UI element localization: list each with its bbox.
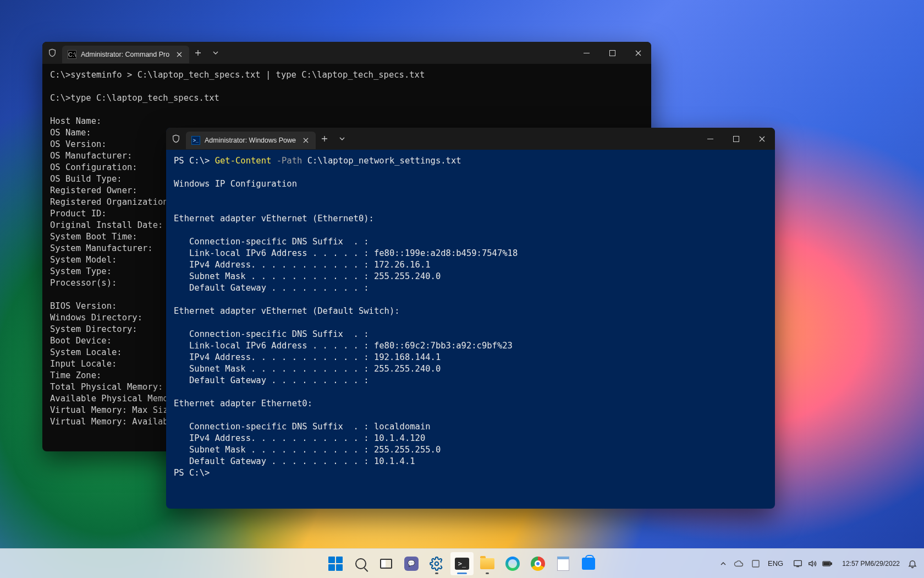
ps-new-tab-button[interactable]	[316, 128, 333, 150]
notepad-icon	[557, 557, 569, 571]
volume-icon	[808, 560, 817, 568]
windows-logo-icon	[328, 557, 343, 571]
chevron-up-icon	[721, 562, 726, 565]
chrome-button[interactable]	[526, 552, 549, 575]
cmd-tab-icon: C:\	[68, 50, 76, 59]
clock-button[interactable]: 12:57 PM 6/29/2022	[839, 552, 903, 575]
language-indicator[interactable]: ENG	[765, 552, 787, 575]
cmd-tab-close-button[interactable]	[174, 49, 185, 60]
shield-icon	[42, 42, 62, 64]
date-label: 6/29/2022	[871, 560, 900, 568]
cmd-tab-dropdown-button[interactable]	[207, 42, 224, 64]
notepad-button[interactable]	[552, 552, 575, 575]
file-explorer-button[interactable]	[476, 552, 499, 575]
taskview-icon	[380, 559, 392, 569]
cmd-tab-title: Administrator: Command Pro	[81, 51, 169, 58]
notifications-button[interactable]	[904, 552, 921, 575]
battery-icon	[822, 560, 832, 567]
onedrive-tray-icon[interactable]	[730, 552, 747, 575]
chat-icon: 💬	[404, 557, 419, 571]
ps-output[interactable]: PS C:\> Get-Content -Path C:\laptop_netw…	[166, 150, 775, 509]
ps-tab[interactable]: >_ Administrator: Windows Powe	[186, 132, 316, 149]
svg-point-16	[435, 561, 439, 565]
search-button[interactable]	[349, 552, 372, 575]
edge-button[interactable]	[501, 552, 524, 575]
folder-icon	[480, 558, 494, 569]
desktop: C:\ Administrator: Command Pro	[0, 0, 924, 578]
cmd-new-tab-button[interactable]	[189, 42, 207, 64]
ps-tab-icon: >_	[191, 136, 200, 145]
svg-rect-17	[752, 560, 759, 567]
ps-tab-close-button[interactable]	[300, 135, 311, 146]
network-icon	[793, 559, 802, 568]
cmd-minimize-button[interactable]	[574, 42, 600, 64]
ps-minimize-button[interactable]	[697, 128, 723, 150]
svg-rect-18	[794, 560, 802, 565]
cmd-titlebar[interactable]: C:\ Administrator: Command Pro	[42, 42, 651, 64]
chrome-icon	[531, 557, 545, 571]
cmd-tab[interactable]: C:\ Administrator: Command Pro	[62, 46, 189, 63]
cmd-close-button[interactable]	[625, 42, 651, 64]
taskbar[interactable]: 💬 >_ ENG	[0, 548, 924, 578]
gear-icon	[430, 557, 444, 571]
ps-tab-dropdown-button[interactable]	[333, 128, 351, 150]
ps-close-button[interactable]	[749, 128, 775, 150]
powershell-window[interactable]: >_ Administrator: Windows Powe	[166, 128, 775, 509]
cmd-maximize-button[interactable]	[600, 42, 625, 64]
system-tray: ENG 12:57 PM 6/29/2022	[717, 549, 924, 578]
bell-icon	[908, 559, 917, 569]
search-icon	[355, 558, 366, 569]
svg-rect-22	[824, 562, 830, 565]
ps-window-controls	[697, 128, 775, 150]
shield-icon	[166, 128, 186, 150]
terminal-button[interactable]: >_	[450, 552, 474, 575]
ps-maximize-button[interactable]	[723, 128, 749, 150]
chat-button[interactable]: 💬	[400, 552, 423, 575]
store-button[interactable]	[577, 552, 600, 575]
tray-overflow-button[interactable]	[717, 552, 729, 575]
svg-rect-13	[734, 136, 739, 141]
windows-update-tray-icon[interactable]	[748, 552, 763, 575]
cloud-icon	[734, 560, 744, 567]
taskbar-center-icons: 💬 >_	[324, 549, 600, 578]
time-label: 12:57 PM	[842, 560, 870, 568]
svg-rect-21	[831, 563, 832, 564]
svg-rect-5	[610, 50, 615, 56]
terminal-icon: >_	[455, 558, 469, 570]
ps-tab-title: Administrator: Windows Powe	[205, 137, 296, 144]
svg-rect-12	[707, 139, 713, 139]
start-button[interactable]	[324, 552, 347, 575]
svg-rect-4	[584, 53, 590, 53]
edge-icon	[505, 557, 520, 571]
ps-titlebar[interactable]: >_ Administrator: Windows Powe	[166, 128, 775, 150]
task-view-button[interactable]	[375, 552, 398, 575]
cmd-window-controls	[574, 42, 651, 64]
quick-settings-button[interactable]	[788, 552, 838, 575]
store-icon	[582, 558, 595, 570]
settings-button[interactable]	[425, 552, 448, 575]
update-icon	[751, 559, 760, 568]
